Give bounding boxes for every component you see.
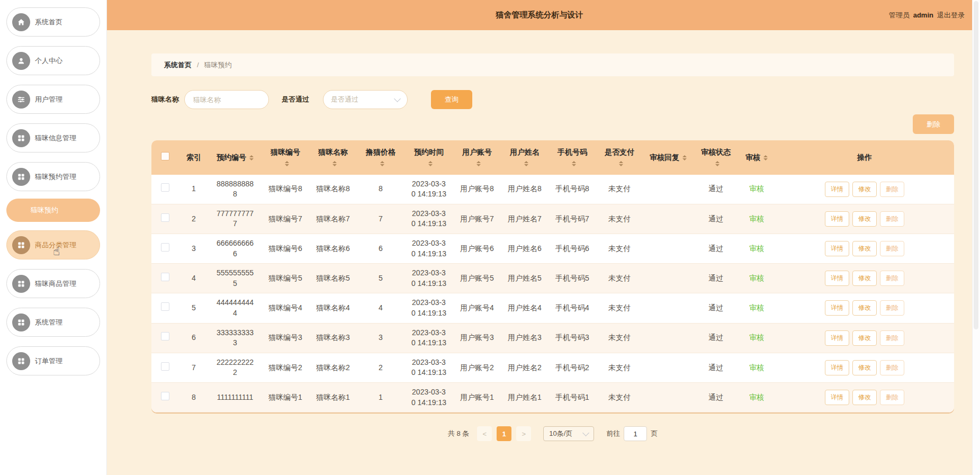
logout-button[interactable]: 退出登录 xyxy=(937,11,965,20)
review-link[interactable]: 审核 xyxy=(749,244,764,253)
search-button[interactable]: 查询 xyxy=(431,90,472,109)
delete-row-button[interactable]: 删除 xyxy=(880,300,904,316)
edit-button[interactable]: 修改 xyxy=(852,271,877,286)
review-link[interactable]: 审核 xyxy=(749,333,764,342)
detail-button[interactable]: 详情 xyxy=(825,360,849,375)
goto-unit-label: 页 xyxy=(651,429,658,438)
sort-caret-icon[interactable] xyxy=(524,159,528,168)
sort-caret-icon[interactable] xyxy=(572,159,576,168)
delete-row-button[interactable]: 删除 xyxy=(880,211,904,227)
row-checkbox[interactable] xyxy=(161,273,169,281)
delete-row-button[interactable]: 删除 xyxy=(880,271,904,286)
cell-uname: 用户姓名2 xyxy=(501,353,549,382)
topbar: 猫舍管理系统分析与设计 管理员 admin 退出登录 xyxy=(107,0,972,30)
goto-page-input[interactable] xyxy=(624,426,647,441)
column-header-5[interactable]: 预约时间 xyxy=(404,140,453,175)
edit-button[interactable]: 修改 xyxy=(852,360,877,375)
detail-button[interactable]: 详情 xyxy=(825,390,849,405)
page-size-select[interactable]: 10条/页 xyxy=(543,426,594,441)
sidebar-item-system-management[interactable]: 系统管理 xyxy=(6,308,100,337)
edit-button[interactable]: 修改 xyxy=(852,300,877,316)
sidebar-item-order-management[interactable]: 订单管理 xyxy=(6,346,100,375)
sort-caret-icon[interactable] xyxy=(682,153,687,163)
next-page-button[interactable]: > xyxy=(516,426,531,441)
edit-button[interactable]: 修改 xyxy=(852,241,877,256)
breadcrumb-home[interactable]: 系统首页 xyxy=(164,60,192,70)
sort-caret-icon[interactable] xyxy=(249,153,254,163)
delete-row-button[interactable]: 删除 xyxy=(880,330,904,346)
row-checkbox[interactable] xyxy=(161,332,169,340)
sidebar-item-cat-info-management[interactable]: 猫咪信息管理 xyxy=(6,123,100,153)
sort-caret-icon[interactable] xyxy=(715,159,720,168)
sort-caret-icon[interactable] xyxy=(428,159,433,168)
row-checkbox[interactable] xyxy=(161,392,169,400)
delete-row-button[interactable]: 删除 xyxy=(880,390,904,405)
page-1-button[interactable]: 1 xyxy=(497,426,511,441)
edit-button[interactable]: 修改 xyxy=(852,211,877,227)
column-header-label: 用户账号 xyxy=(462,148,492,156)
detail-button[interactable]: 详情 xyxy=(825,182,849,197)
cat-name-input[interactable] xyxy=(184,90,269,109)
column-header-3[interactable]: 猫咪名称 xyxy=(309,140,357,175)
sidebar-item-cat-product-management[interactable]: 猫咪商品管理 xyxy=(6,269,100,298)
sidebar-item-user-management[interactable]: 用户管理 xyxy=(6,85,100,114)
delete-row-button[interactable]: 删除 xyxy=(880,182,904,197)
column-header-1[interactable]: 预约编号 xyxy=(209,140,262,175)
column-header-9[interactable]: 是否支付 xyxy=(596,140,643,175)
sort-caret-icon[interactable] xyxy=(476,159,481,168)
delete-row-button[interactable]: 删除 xyxy=(880,241,904,256)
delete-button[interactable]: 删除 xyxy=(913,114,954,134)
review-link[interactable]: 审核 xyxy=(749,214,764,223)
review-link[interactable]: 审核 xyxy=(749,303,764,312)
detail-button[interactable]: 详情 xyxy=(825,271,849,286)
review-link[interactable]: 审核 xyxy=(749,274,764,282)
edit-button[interactable]: 修改 xyxy=(852,330,877,346)
cell-cat_no: 猫咪编号5 xyxy=(262,264,309,293)
sort-caret-icon[interactable] xyxy=(332,159,337,168)
cell-cat_no: 猫咪编号1 xyxy=(262,382,309,412)
detail-button[interactable]: 详情 xyxy=(825,330,849,346)
row-checkbox[interactable] xyxy=(161,213,169,222)
prev-page-button[interactable]: < xyxy=(477,426,492,441)
review-link[interactable]: 审核 xyxy=(749,363,764,372)
sidebar-item-personal-center[interactable]: 个人中心 xyxy=(6,46,100,75)
scrollbar[interactable] xyxy=(972,0,980,475)
cell-cat_no: 猫咪编号8 xyxy=(262,175,309,204)
column-header-7[interactable]: 用户姓名 xyxy=(501,140,549,175)
row-checkbox[interactable] xyxy=(161,362,169,371)
detail-button[interactable]: 详情 xyxy=(825,211,849,227)
cell-time: 2023-03-30 14:19:13 xyxy=(404,264,453,293)
detail-button[interactable]: 详情 xyxy=(825,241,849,256)
scrollbar-thumb[interactable] xyxy=(974,1,978,329)
column-header-2[interactable]: 猫咪编号 xyxy=(262,140,309,175)
column-header-6[interactable]: 用户账号 xyxy=(453,140,501,175)
column-header-11[interactable]: 审核状态 xyxy=(694,140,738,175)
select-all-checkbox[interactable] xyxy=(161,152,169,160)
sort-caret-icon[interactable] xyxy=(285,159,289,168)
cell-uname: 用户姓名6 xyxy=(501,234,549,263)
delete-row-button[interactable]: 删除 xyxy=(880,360,904,375)
cell-review: 审核 xyxy=(738,204,775,234)
sidebar-item-cat-booking[interactable]: 猫咪预约 xyxy=(6,199,100,222)
column-header-8[interactable]: 手机号码 xyxy=(549,140,596,175)
cell-paid: 未支付 xyxy=(596,175,643,204)
pass-select[interactable]: 是否通过 xyxy=(323,90,408,109)
detail-button[interactable]: 详情 xyxy=(825,300,849,316)
row-checkbox[interactable] xyxy=(161,243,169,252)
column-header-12[interactable]: 审核 xyxy=(738,140,775,175)
column-header-10[interactable]: 审核回复 xyxy=(643,140,694,175)
edit-button[interactable]: 修改 xyxy=(852,182,877,197)
review-link[interactable]: 审核 xyxy=(749,184,764,193)
sidebar-item-system-home[interactable]: 系统首页 xyxy=(6,7,100,37)
sidebar-item-product-category-management[interactable]: 商品分类管理 xyxy=(6,230,100,259)
review-link[interactable]: 审核 xyxy=(749,393,764,401)
sort-caret-icon[interactable] xyxy=(380,159,384,168)
row-checkbox[interactable] xyxy=(161,302,169,311)
sidebar-item-cat-booking-management[interactable]: 猫咪预约管理 xyxy=(6,162,100,191)
edit-button[interactable]: 修改 xyxy=(852,390,877,405)
cell-phone: 手机号码7 xyxy=(549,204,596,234)
row-checkbox[interactable] xyxy=(161,183,169,192)
sort-caret-icon[interactable] xyxy=(763,153,768,163)
column-header-4[interactable]: 撸猫价格 xyxy=(357,140,404,175)
sort-caret-icon[interactable] xyxy=(619,159,623,168)
